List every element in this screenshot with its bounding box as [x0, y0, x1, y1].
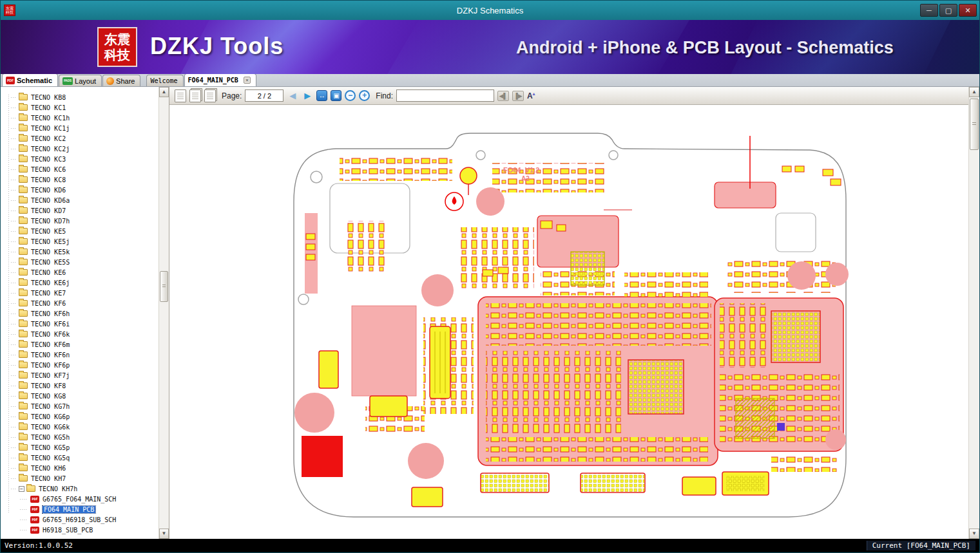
tree-folder-item[interactable]: TECNO KD7h — [3, 216, 159, 226]
collapse-icon[interactable]: − — [19, 486, 24, 492]
tree-folder-item[interactable]: TECNO KE5 — [3, 226, 159, 236]
tree-folder-item[interactable]: TECNO KG6k — [3, 422, 159, 432]
tree-folder-item[interactable]: TECNO KD6a — [3, 195, 159, 205]
tree-folder-item[interactable]: TECNO KF6i — [3, 319, 159, 329]
sidebar-scroll-track[interactable] — [159, 97, 169, 529]
find-input[interactable] — [396, 89, 494, 102]
folder-icon — [19, 372, 28, 379]
scroll-down-icon[interactable]: ▼ — [159, 529, 169, 539]
page-input[interactable] — [245, 89, 283, 102]
tree-item-label: TECNO KC1j — [31, 125, 70, 132]
tree-folder-item[interactable]: TECNO KC6 — [3, 164, 159, 174]
tree-folder-item[interactable]: TECNO KH6 — [3, 463, 159, 473]
folder-icon — [19, 238, 28, 245]
tree-item-label: TECNO KC1h — [31, 115, 70, 122]
folder-icon — [26, 485, 35, 492]
fit-page-icon[interactable]: ▣ — [331, 90, 341, 101]
tree-item-label: TECNO KE5S — [31, 259, 70, 266]
sidebar-scrollbar[interactable]: ▲ ▼ — [159, 87, 169, 539]
tab-share[interactable]: Share — [102, 75, 140, 86]
tree-item-label: TECNO KC1 — [31, 104, 66, 111]
folder-icon — [19, 351, 28, 358]
tree-folder-item[interactable]: TECNO KE6 — [3, 267, 159, 277]
scroll-up-icon[interactable]: ▲ — [159, 87, 169, 97]
status-bar: Version:1.0.0.52 Current [FO64_MAIN_PCB] — [1, 539, 979, 552]
tree-folder-item[interactable]: TECNO KE5j — [3, 236, 159, 247]
tab-label: Layout — [75, 77, 96, 85]
tree-folder-item[interactable]: TECNO KG6p — [3, 411, 159, 422]
tree-folder-item[interactable]: TECNO KG5q — [3, 453, 159, 463]
pdf-icon: PDF — [30, 496, 39, 503]
tree-file-item[interactable]: PDFG6765_H6918_SUB_SCH — [3, 514, 159, 525]
tree-file-item[interactable]: PDFH6918_SUB_PCB — [3, 525, 159, 535]
tree-folder-item[interactable]: TECNO KC1 — [3, 102, 159, 113]
fit-width-icon[interactable]: ↔ — [316, 90, 327, 101]
tree-file-item[interactable]: PDFFO64_MAIN_PCB — [3, 504, 159, 514]
app-window: 东震 科技 DZKJ Schematics ─ ▢ ✕ 东震 科技 DZKJ T… — [0, 0, 980, 553]
maximize-button[interactable]: ▢ — [939, 4, 957, 17]
tree-folder-item[interactable]: −TECNO KH7h — [3, 483, 159, 494]
tree-folder-item[interactable]: TECNO KF6h — [3, 308, 159, 319]
tree-folder-item[interactable]: TECNO KD6 — [3, 185, 159, 195]
canvas-scroll-up-icon[interactable]: ▲ — [969, 87, 979, 97]
tree-folder-item[interactable]: TECNO KE5S — [3, 257, 159, 267]
text-size-icon[interactable]: A▴ — [527, 91, 539, 100]
tree-folder-item[interactable]: TECNO KC1h — [3, 113, 159, 123]
tree-file-item[interactable]: PDFG6765_FO64_MAIN_SCH — [3, 494, 159, 504]
tab-welcome[interactable]: Welcome — [146, 75, 183, 86]
canvas-scroll-track[interactable] — [969, 97, 979, 529]
close-tab-icon[interactable]: ✕ — [244, 77, 251, 84]
folder-icon — [19, 115, 28, 121]
tree-folder-item[interactable]: TECNO KF6k — [3, 329, 159, 339]
folder-icon — [19, 156, 28, 162]
multi-page-icon[interactable] — [189, 89, 201, 102]
canvas-scroll-down-icon[interactable]: ▼ — [969, 529, 979, 539]
tree-folder-item[interactable]: TECNO KF7j — [3, 370, 159, 380]
tree-folder-item[interactable]: TECNO KE5k — [3, 247, 159, 257]
tree-folder-item[interactable]: TECNO KC3 — [3, 154, 159, 164]
tree-folder-item[interactable]: TECNO KG5p — [3, 442, 159, 453]
tree-folder-item[interactable]: TECNO KF6m — [3, 339, 159, 350]
close-button[interactable]: ✕ — [959, 4, 977, 17]
tree-folder-item[interactable]: TECNO KF6 — [3, 298, 159, 308]
tree-folder-item[interactable]: TECNO KF6n — [3, 350, 159, 360]
tree-folder-item[interactable]: TECNO KE7 — [3, 288, 159, 298]
single-page-icon[interactable] — [175, 89, 186, 102]
tree-folder-item[interactable]: TECNO KG8 — [3, 391, 159, 401]
tree-folder-item[interactable]: TECNO KC1j — [3, 123, 159, 133]
tab-layout[interactable]: PADS Layout — [59, 75, 102, 86]
tree-folder-item[interactable]: TECNO KF6p — [3, 360, 159, 370]
pdf-icon: PDF — [30, 516, 39, 523]
tree-folder-item[interactable]: TECNO KG7h — [3, 401, 159, 411]
tree-folder-item[interactable]: TECNO KC2 — [3, 133, 159, 144]
tree-item-label: H6918_SUB_PCB — [43, 527, 93, 534]
canvas-scrollbar[interactable]: ▲ ▼ — [968, 87, 979, 539]
tab-fo64-main-pcb[interactable]: FO64_MAIN_PCB ✕ — [184, 73, 256, 86]
pdf-icon: PDF — [30, 506, 39, 513]
tree-folder-item[interactable]: TECNO KC2j — [3, 144, 159, 154]
tree-folder-item[interactable]: TECNO KG5h — [3, 432, 159, 442]
header-banner: 东震 科技 DZKJ Tools Android + iPhone & PCB … — [1, 20, 979, 74]
folder-icon — [19, 94, 28, 100]
tree-folder-item[interactable]: TECNO KC8 — [3, 174, 159, 185]
minimize-button[interactable]: ─ — [920, 4, 938, 17]
schematic-tree: TECNO KB8TECNO KC1TECNO KC1hTECNO KC1jTE… — [1, 87, 159, 539]
zoom-in-icon[interactable]: + — [359, 90, 370, 101]
tree-folder-item[interactable]: TECNO KF8 — [3, 380, 159, 391]
tab-schematic[interactable]: PDF Schematic — [2, 73, 58, 86]
tree-folder-item[interactable]: TECNO KE6j — [3, 277, 159, 288]
tree-folder-item[interactable]: TECNO KH7 — [3, 473, 159, 483]
tree-folder-item[interactable]: TECNO KB8 — [3, 92, 159, 102]
prev-page-icon[interactable]: ◀ — [287, 89, 298, 102]
zoom-out-icon[interactable]: − — [345, 90, 356, 101]
tree-folder-item[interactable]: TECNO KD7 — [3, 205, 159, 216]
canvas-scroll-thumb[interactable] — [970, 98, 979, 150]
folder-icon — [19, 166, 28, 173]
find-next-icon[interactable]: ▐▶ — [512, 91, 524, 101]
tree-item-label: TECNO KG7h — [31, 403, 70, 410]
sidebar-scroll-thumb[interactable] — [160, 271, 168, 302]
facing-pages-icon[interactable] — [204, 89, 216, 102]
next-page-icon[interactable]: ▶ — [302, 89, 313, 102]
find-prev-icon[interactable]: ◀▌ — [497, 91, 509, 101]
pcb-canvas[interactable]: FO64_V1.2 A2 — [169, 105, 968, 539]
